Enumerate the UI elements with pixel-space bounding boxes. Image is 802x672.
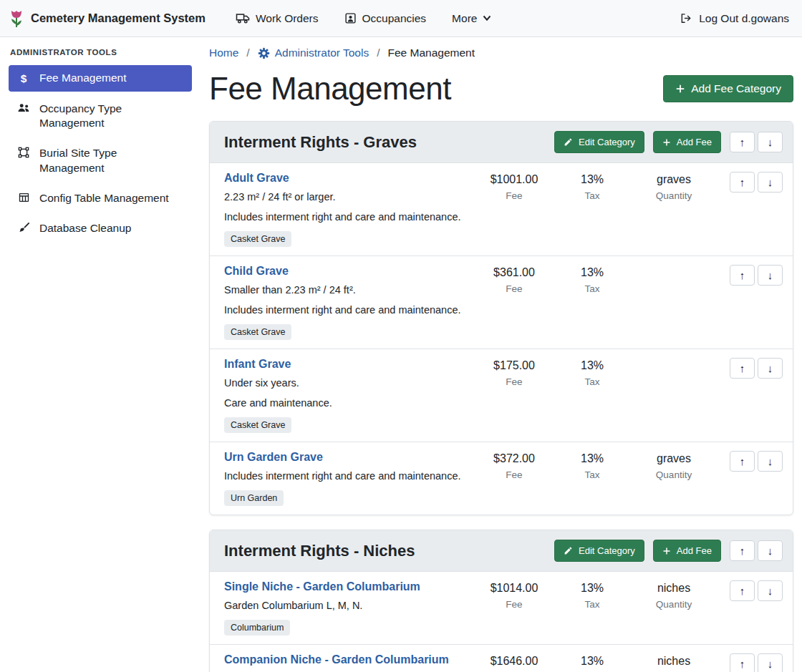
move-fee-down-button[interactable]: ↓ xyxy=(758,451,783,472)
sidebar-item-database-cleanup[interactable]: Database Cleanup xyxy=(9,215,192,241)
sidebar-item-label: Burial Site Type Management xyxy=(39,146,183,175)
fee-description: Includes interment right and care and ma… xyxy=(224,469,465,484)
sidebar-item-label: Database Cleanup xyxy=(39,221,131,235)
fee-tax: 13% xyxy=(564,452,621,465)
sidebar-item-label: Config Table Management xyxy=(39,191,169,205)
fee-name-link[interactable]: Infant Grave xyxy=(224,358,291,371)
app-brand[interactable]: Cemetery Management System xyxy=(9,9,206,28)
breadcrumb-separator: / xyxy=(377,47,380,59)
nav-label: Occupancies xyxy=(362,12,427,25)
fee-amount: $361.00 xyxy=(475,266,554,279)
move-category-down-button[interactable]: ↓ xyxy=(758,132,783,152)
top-navbar: Cemetery Management System Work Orders xyxy=(0,0,802,37)
category-header: Interment Rights - Niches Edit Category … xyxy=(210,530,793,572)
fee-name-link[interactable]: Urn Garden Grave xyxy=(224,451,323,464)
edit-category-button[interactable]: Edit Category xyxy=(554,131,644,153)
move-fee-down-button[interactable]: ↓ xyxy=(758,358,783,379)
add-fee-category-button[interactable]: Add Fee Category xyxy=(663,75,793,102)
fee-category-card-niches: Interment Rights - Niches Edit Category … xyxy=(209,530,793,672)
add-fee-button[interactable]: Add Fee xyxy=(653,540,721,562)
fee-move-controls: ↑ ↓ xyxy=(730,653,783,672)
fee-row: Urn Garden Grave Includes interment righ… xyxy=(210,442,793,515)
fee-description: 2.23 m² / 24 ft² or larger. xyxy=(224,190,465,205)
fee-amount: $175.00 xyxy=(475,359,554,372)
fee-type-badge: Casket Grave xyxy=(224,417,291,433)
chevron-down-icon xyxy=(483,15,491,21)
breadcrumb-separator: / xyxy=(246,47,249,59)
fee-type-badge: Columbarium xyxy=(224,620,290,636)
fee-tax: 13% xyxy=(564,655,621,668)
sidebar-header: ADMINISTRATOR TOOLS xyxy=(10,48,190,57)
move-fee-up-button[interactable]: ↑ xyxy=(730,653,755,672)
fee-row: Single Niche - Garden Columbarium Garden… xyxy=(210,572,793,644)
fee-move-controls: ↑ ↓ xyxy=(730,358,783,379)
fee-name-link[interactable]: Single Niche - Garden Columbarium xyxy=(224,580,420,593)
fee-row: Infant Grave Under six years. Care and m… xyxy=(210,349,793,442)
nav-work-orders[interactable]: Work Orders xyxy=(236,12,319,25)
sidebar-item-burial-site-type[interactable]: Burial Site Type Management xyxy=(9,140,192,180)
fee-move-controls: ↑ ↓ xyxy=(730,580,783,601)
truck-icon xyxy=(236,12,250,24)
fee-amount-label: Fee xyxy=(475,469,554,480)
fee-name-link[interactable]: Adult Grave xyxy=(224,172,289,185)
move-fee-down-button[interactable]: ↓ xyxy=(758,265,783,286)
move-fee-up-button[interactable]: ↑ xyxy=(730,172,755,193)
fee-quantity: niches xyxy=(631,655,717,668)
sidebar-item-occupancy-type[interactable]: Occupancy Type Management xyxy=(9,96,192,136)
dollar-icon: $ xyxy=(17,72,30,86)
edit-category-button[interactable]: Edit Category xyxy=(554,540,644,562)
move-category-up-button[interactable]: ↑ xyxy=(730,540,755,561)
fee-tax: 13% xyxy=(564,582,621,595)
page-title: Fee Management xyxy=(209,71,451,107)
add-fee-label: Add Fee xyxy=(677,545,712,556)
fee-name-link[interactable]: Child Grave xyxy=(224,265,289,278)
fee-tax-label: Tax xyxy=(564,190,621,201)
breadcrumb-admin-label: Administrator Tools xyxy=(275,47,369,59)
add-fee-label: Add Fee xyxy=(677,137,712,147)
add-fee-category-label: Add Fee Category xyxy=(691,82,781,95)
broom-icon xyxy=(17,222,30,233)
nav-occupancies[interactable]: Occupancies xyxy=(344,12,427,25)
fee-move-controls: ↑ ↓ xyxy=(730,172,783,193)
breadcrumb-home-link[interactable]: Home xyxy=(209,47,238,59)
sidebar-item-config-table[interactable]: Config Table Management xyxy=(9,185,192,211)
fee-tax: 13% xyxy=(564,173,621,186)
move-fee-up-button[interactable]: ↑ xyxy=(730,580,755,601)
move-fee-down-button[interactable]: ↓ xyxy=(758,172,783,193)
fee-quantity-label: Quantity xyxy=(631,599,717,610)
move-category-up-button[interactable]: ↑ xyxy=(730,132,755,152)
fee-amount: $1014.00 xyxy=(475,582,554,595)
main-nav: Work Orders Occupancies More xyxy=(236,12,492,25)
pencil-icon xyxy=(564,137,573,147)
move-fee-up-button[interactable]: ↑ xyxy=(730,358,755,379)
sidebar-item-fee-management[interactable]: $ Fee Management xyxy=(9,65,192,92)
breadcrumb-current: Fee Management xyxy=(388,47,475,59)
breadcrumb-admin-tools-link[interactable]: Administrator Tools xyxy=(258,47,369,59)
fee-amount: $372.00 xyxy=(475,452,554,465)
pencil-icon xyxy=(564,546,573,555)
move-fee-up-button[interactable]: ↑ xyxy=(730,265,755,286)
plus-icon xyxy=(662,138,671,147)
category-header: Interment Rights - Graves Edit Category … xyxy=(210,122,793,163)
fee-name-link[interactable]: Companion Niche - Garden Columbarium xyxy=(224,653,449,666)
fee-tax-label: Tax xyxy=(564,469,621,480)
fee-description: Garden Columbarium L, M, N. xyxy=(224,598,465,613)
nav-label: Work Orders xyxy=(256,12,319,25)
fee-tax-label: Tax xyxy=(564,283,621,294)
fee-amount-label: Fee xyxy=(475,599,554,610)
fee-type-badge: Casket Grave xyxy=(224,231,291,247)
move-fee-down-button[interactable]: ↓ xyxy=(758,653,783,672)
edit-category-label: Edit Category xyxy=(579,137,635,147)
add-fee-button[interactable]: Add Fee xyxy=(653,131,721,153)
move-fee-up-button[interactable]: ↑ xyxy=(730,451,755,472)
logout-label: Log Out d.gowans xyxy=(699,12,789,25)
nav-more[interactable]: More xyxy=(452,12,491,25)
people-icon xyxy=(17,102,30,113)
move-fee-down-button[interactable]: ↓ xyxy=(758,580,783,601)
category-move-controls: ↑ ↓ xyxy=(730,132,783,152)
move-category-down-button[interactable]: ↓ xyxy=(758,540,783,561)
logout-button[interactable]: Log Out d.gowans xyxy=(680,12,789,25)
fee-description: Includes interment right and care and ma… xyxy=(224,303,465,318)
table-icon xyxy=(17,192,30,203)
plus-icon xyxy=(662,547,671,555)
